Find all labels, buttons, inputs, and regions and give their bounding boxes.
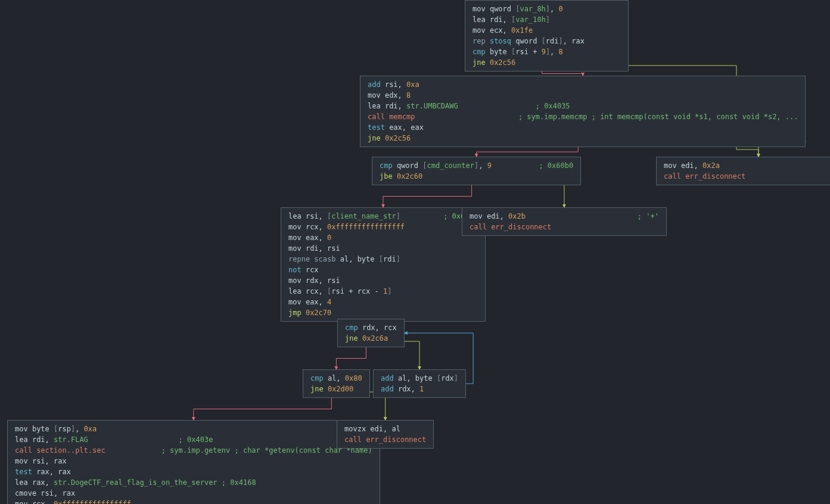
asm-line: mov edx, 8 — [368, 90, 798, 101]
asm-block-b8[interactable]: cmp al, 0x80jne 0x2d00 — [303, 369, 370, 398]
asm-line: lea rax, str.DogeCTF_real_flag_is_on_the… — [15, 477, 372, 488]
asm-line: cmp al, 0x80 — [310, 373, 362, 384]
asm-line: lea rdi, str.UMBCDAWG ; 0x4035 — [368, 101, 798, 111]
cfg-edge — [405, 341, 419, 369]
asm-line: cmove rsi, rax — [15, 488, 372, 499]
cfg-edge — [477, 147, 579, 157]
asm-line: mov byte [rsp], 0xa — [15, 424, 372, 434]
asm-line: mov rdx, rsi — [288, 275, 478, 286]
asm-line: test rax, rax — [15, 466, 372, 477]
asm-block-b5[interactable]: lea rsi, [client_name_str] ; 0x6020mov r… — [281, 207, 486, 322]
asm-line: mov eax, 0 — [288, 232, 478, 243]
asm-line: cmp byte [rsi + 9], 8 — [472, 46, 621, 57]
asm-line: call err_disconnect — [664, 171, 830, 182]
asm-line: repne scasb al, byte [rdi] — [288, 254, 478, 265]
cfg-edge — [542, 71, 583, 76]
cfg-edge — [194, 398, 332, 420]
asm-block-b10[interactable]: mov byte [rsp], 0xalea rdi, str.FLAG ; 0… — [7, 420, 380, 504]
asm-line: test eax, eax — [368, 122, 798, 133]
asm-line: mov edi, 0x2b ; '+' — [470, 211, 659, 222]
asm-block-b9[interactable]: add al, byte [rdx]add rdx, 1 — [373, 369, 466, 398]
asm-line: cmp rdx, rcx — [345, 322, 397, 333]
cfg-edge — [383, 185, 472, 207]
asm-line: lea rdi, str.FLAG ; 0x403e — [15, 434, 372, 445]
asm-line: add rsi, 0xa — [368, 79, 798, 90]
asm-line: add rdx, 1 — [381, 384, 458, 394]
asm-line: jbe 0x2c60 — [380, 171, 573, 182]
asm-line: cmp qword [cmd_counter], 9 ; 0x60b0 — [380, 160, 573, 171]
asm-block-b2[interactable]: add rsi, 0xamov edx, 8lea rdi, str.UMBCD… — [360, 76, 806, 147]
asm-line: mov rcx, 0xffffffffffffffff — [288, 222, 478, 232]
asm-line: lea rsi, [client_name_str] ; 0x6020 — [288, 211, 478, 222]
asm-line: call err_disconnect — [344, 434, 426, 445]
asm-block-b6[interactable]: mov edi, 0x2b ; '+'call err_disconnect — [462, 207, 667, 236]
asm-line: call err_disconnect — [470, 222, 659, 232]
asm-line: jne 0x2c56 — [368, 133, 798, 144]
asm-line: jne 0x2c56 — [472, 57, 621, 68]
asm-line: lea rcx, [rsi + rcx - 1] — [288, 286, 478, 297]
asm-line: add al, byte [rdx] — [381, 373, 458, 384]
asm-block-b3[interactable]: cmp qword [cmd_counter], 9 ; 0x60b0jbe 0… — [372, 157, 581, 185]
asm-line: not rcx — [288, 265, 478, 275]
asm-line: mov eax, 4 — [288, 297, 478, 307]
asm-line: jne 0x2c6a — [345, 333, 397, 344]
asm-line: mov qword [var_8h], 0 — [472, 4, 621, 14]
asm-line: jne 0x2d00 — [310, 384, 362, 394]
asm-line: mov rcx, 0xffffffffffffffff — [15, 499, 372, 504]
asm-block-b4[interactable]: mov edi, 0x2a ; '*'call err_disconnect — [656, 157, 830, 185]
asm-line: call memcmp ; sym.imp.memcmp ; int memcm… — [368, 111, 798, 122]
asm-line: mov edi, 0x2a ; '*' — [664, 160, 830, 171]
asm-line: mov rdi, rsi — [288, 243, 478, 254]
asm-line: jmp 0x2c70 — [288, 307, 478, 318]
asm-block-b1[interactable]: mov qword [var_8h], 0lea rdi, [var_10h]m… — [465, 0, 629, 71]
asm-line: movzx edi, al — [344, 424, 426, 434]
asm-line: lea rdi, [var_10h] — [472, 14, 621, 25]
asm-block-b7[interactable]: cmp rdx, rcxjne 0x2c6a — [337, 319, 405, 347]
asm-line: mov rsi, rax — [15, 456, 372, 466]
asm-line: rep stosq qword [rdi], rax — [472, 36, 621, 46]
cfg-edge — [336, 347, 366, 369]
asm-line: call section..plt.sec ; sym.imp.getenv ;… — [15, 445, 372, 456]
asm-line: mov ecx, 0x1fe — [472, 25, 621, 36]
asm-block-b11[interactable]: movzx edi, alcall err_disconnect — [337, 420, 434, 449]
